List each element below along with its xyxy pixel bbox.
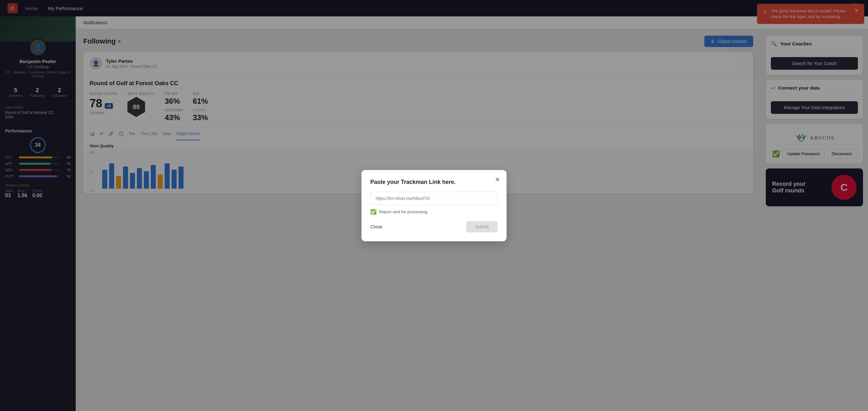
success-text: Report sent for processing (379, 210, 427, 214)
modal-title: Paste your Trackman Link here. (370, 179, 498, 186)
modal-actions: Close Submit (370, 221, 498, 232)
modal-close-action-button[interactable]: Close (370, 221, 382, 232)
trackman-modal: Paste your Trackman Link here. ✕ ✅ Repor… (362, 170, 506, 241)
modal-submit-button[interactable]: Submit (466, 221, 498, 232)
trackman-link-input[interactable] (370, 192, 498, 205)
modal-close-button[interactable]: ✕ (495, 176, 500, 183)
modal-overlay: Paste your Trackman Link here. ✕ ✅ Repor… (0, 0, 868, 411)
modal-success-message: ✅ Report sent for processing (370, 209, 498, 215)
success-icon: ✅ (370, 209, 377, 215)
